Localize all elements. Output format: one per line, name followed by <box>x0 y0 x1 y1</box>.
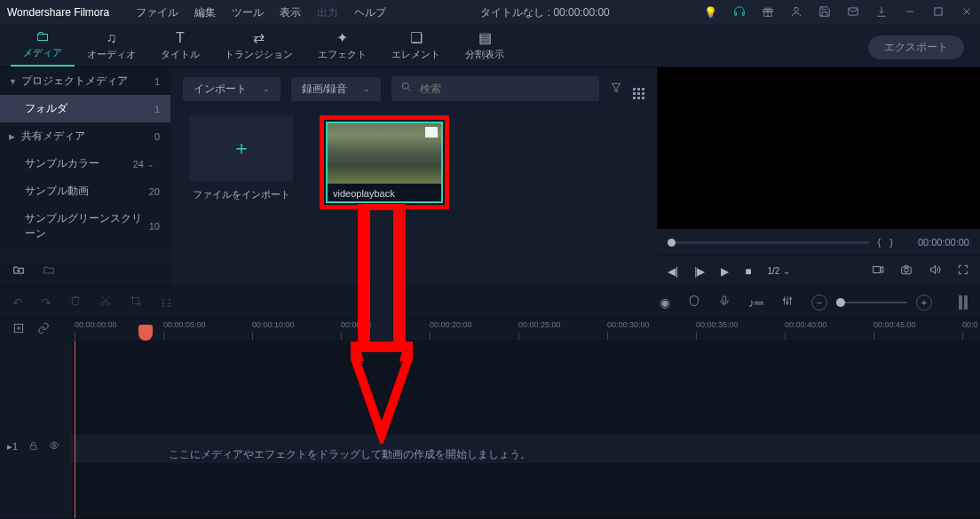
zoom-ratio[interactable]: 1/2 ⌄ <box>768 266 791 276</box>
video-track-head[interactable]: ▸1 <box>0 440 59 452</box>
import-dropdown[interactable]: インポート⌄ <box>183 77 281 101</box>
maximize-icon[interactable] <box>932 5 944 20</box>
quality-icon[interactable] <box>872 263 884 279</box>
close-icon[interactable] <box>960 5 973 20</box>
voiceover-icon[interactable] <box>718 295 731 310</box>
cut-icon[interactable] <box>99 295 112 310</box>
seek-handle[interactable] <box>668 239 676 247</box>
import-tile[interactable]: ＋ ファイルをインポート <box>190 115 293 209</box>
save-icon[interactable] <box>818 5 831 20</box>
grid-view-icon[interactable] <box>633 79 644 99</box>
svg-rect-4 <box>849 7 858 14</box>
chevron-down-icon: ▼ <box>9 77 21 86</box>
ruler-tick: 00:00:25:00 <box>518 320 561 329</box>
ruler-left <box>0 318 71 341</box>
lock-icon[interactable] <box>28 441 38 452</box>
record-dropdown[interactable]: 録画/録音⌄ <box>291 77 381 101</box>
zoom-handle[interactable] <box>836 298 845 307</box>
undo-icon[interactable]: ↶ <box>12 295 23 310</box>
tab-element[interactable]: ❏エレメント <box>379 26 453 67</box>
folder-group-icon[interactable] <box>43 263 55 279</box>
gift-icon[interactable] <box>762 5 774 20</box>
stop-icon[interactable]: ■ <box>745 265 751 278</box>
fullscreen-icon[interactable] <box>957 263 969 279</box>
menu-tool[interactable]: ツール <box>232 5 264 20</box>
preview-screen[interactable] <box>657 67 980 229</box>
tab-split[interactable]: ▤分割表示 <box>453 26 517 67</box>
sidebar-item-folder[interactable]: フォルダ1 <box>0 95 170 122</box>
playhead-line[interactable] <box>75 341 75 518</box>
delete-icon[interactable] <box>69 295 82 310</box>
marker-icon[interactable] <box>688 295 700 310</box>
sidebar-bottom-actions <box>0 256 170 286</box>
menu-file[interactable]: ファイル <box>136 5 178 20</box>
tips-icon[interactable]: 💡 <box>704 6 717 19</box>
clip-name: videoplayback <box>328 184 441 201</box>
minimize-icon[interactable] <box>904 5 916 20</box>
dropdown-arrow-icon: ⌄ <box>147 160 160 169</box>
timeline-zoom: − + <box>811 295 932 311</box>
timeline[interactable]: ▸1 ここにメディアやエフェクトをドラッグして動画の作成を開始しましょう。 <box>0 341 980 518</box>
out-mark[interactable]: } <box>889 237 893 248</box>
in-mark[interactable]: { <box>878 237 881 248</box>
seek-bar[interactable] <box>668 241 869 244</box>
playhead-handle[interactable] <box>138 325 153 341</box>
volume-icon[interactable] <box>929 263 941 279</box>
tab-media[interactable]: 🗀メディア <box>11 25 75 67</box>
media-clip[interactable]: videoplayback <box>320 115 449 209</box>
track-area[interactable]: ここにメディアやエフェクトをドラッグして動画の作成を開始しましょう。 <box>71 341 980 518</box>
svg-rect-6 <box>935 7 942 14</box>
filter-icon[interactable] <box>610 82 622 97</box>
ruler-ticks[interactable]: 00:00:00:00 00:00:05:00 00:00:10:00 00:0… <box>71 318 980 341</box>
drop-hint: ここにメディアやエフェクトをドラッグして動画の作成を開始しましょう。 <box>169 447 531 462</box>
new-folder-icon[interactable] <box>12 263 25 279</box>
ruler-tick: 00:00:40:00 <box>785 320 827 329</box>
zoom-in-icon[interactable]: + <box>916 295 932 311</box>
export-button[interactable]: エクスポート <box>868 35 964 59</box>
chevron-down-icon: ⌄ <box>263 84 270 93</box>
audio-mixer-icon[interactable]: ♪═ <box>748 295 763 310</box>
render-icon[interactable]: ◉ <box>660 295 670 310</box>
prev-frame-icon[interactable]: ◀| <box>668 265 678 278</box>
tab-transition[interactable]: ⇄トランジション <box>212 26 305 67</box>
zoom-fit-icon[interactable] <box>959 295 968 310</box>
link-icon[interactable] <box>37 322 50 337</box>
audio-adjust-icon[interactable]: ⫶⫶ <box>160 295 172 310</box>
ruler-tick: 00:00:30:00 <box>607 320 650 329</box>
add-track-icon[interactable] <box>12 322 25 337</box>
snapshot-icon[interactable] <box>900 263 913 279</box>
menu-view[interactable]: 表示 <box>280 5 301 20</box>
sidebar-item-sample-greenscreen[interactable]: サンプルグリーンスクリーン10 <box>0 205 170 248</box>
sparkle-icon: ✦ <box>336 29 348 46</box>
tab-audio[interactable]: ♫オーディオ <box>75 27 148 67</box>
zoom-out-icon[interactable]: − <box>811 295 827 311</box>
sidebar-item-sample-video[interactable]: サンプル動画20 <box>0 177 170 205</box>
crop-icon[interactable] <box>130 295 142 310</box>
tab-title[interactable]: Tタイトル <box>148 27 212 67</box>
next-frame-icon[interactable]: |▶ <box>694 265 705 278</box>
media-grid: ＋ ファイルをインポート videoplayback <box>170 110 657 215</box>
account-icon[interactable] <box>790 5 802 20</box>
sidebar-item-shared-media[interactable]: ▶共有メディア0 <box>0 122 170 150</box>
search-box[interactable] <box>391 76 599 101</box>
menu-edit[interactable]: 編集 <box>194 5 216 20</box>
menu-output: 出力 <box>317 5 338 20</box>
visibility-icon[interactable] <box>49 440 59 452</box>
redo-icon[interactable]: ↷ <box>41 295 51 310</box>
menu-help[interactable]: ヘルプ <box>354 5 386 20</box>
ruler-tick: 00:00:05:00 <box>163 320 206 329</box>
svg-marker-15 <box>881 267 883 273</box>
sidebar-item-sample-color[interactable]: サンプルカラー24⌄ <box>0 150 170 177</box>
play-icon[interactable]: ▶ <box>721 265 729 278</box>
support-icon[interactable] <box>733 5 746 20</box>
search-input[interactable] <box>420 83 590 95</box>
svg-point-3 <box>794 7 799 12</box>
tab-effect[interactable]: ✦エフェクト <box>305 26 379 67</box>
svg-line-12 <box>408 89 411 91</box>
message-icon[interactable] <box>847 5 859 20</box>
preview-controls: ◀| |▶ ▶ ■ 1/2 ⌄ <box>657 256 980 286</box>
sidebar-item-project-media[interactable]: ▼プロジェクトメディア1 <box>0 67 170 95</box>
mixer-icon[interactable] <box>781 295 794 310</box>
download-icon[interactable] <box>875 5 888 20</box>
zoom-slider[interactable] <box>836 302 907 303</box>
